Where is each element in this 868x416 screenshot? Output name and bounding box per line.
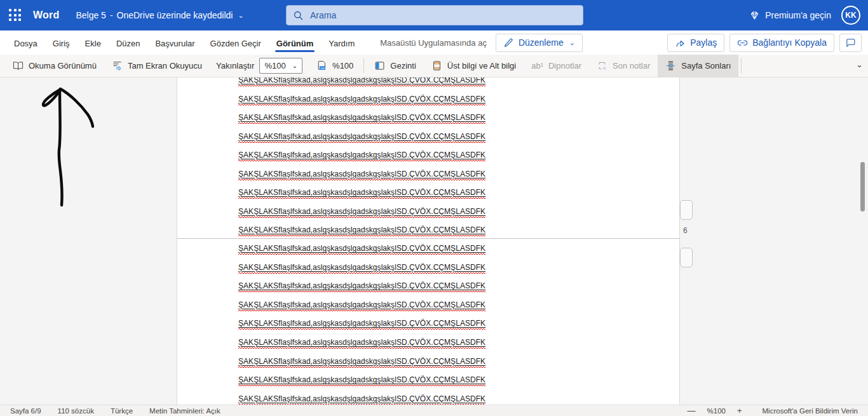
- diamond-icon: [749, 10, 760, 21]
- open-in-desktop-link[interactable]: Masaüstü Uygulamasında aç: [380, 38, 487, 48]
- language-indicator[interactable]: Türkçe: [111, 407, 133, 415]
- reading-view-label: Okuma Görünümü: [29, 61, 97, 70]
- document-line: ŞAKŞLAKSflaşlfskad,aslgşkasdşlgadskgşlak…: [238, 130, 485, 142]
- svg-text:[i]: [i]: [603, 66, 606, 70]
- document-line: ŞAKŞLAKSflaşlfskad,aslgşkasdşlgadskgşlak…: [238, 299, 485, 310]
- search-box[interactable]: [286, 5, 583, 25]
- page-breaks-button[interactable]: Sayfa Sonları: [658, 55, 738, 77]
- footnotes-label: Dipnotlar: [548, 61, 581, 70]
- menu-tab-duzen[interactable]: Düzen: [109, 32, 148, 53]
- svg-text:100: 100: [320, 67, 325, 70]
- status-zoom-value[interactable]: %100: [707, 407, 726, 415]
- header-footer-label: Üst bilgi ve Alt bilgi: [447, 61, 516, 70]
- navigation-label: Gezinti: [390, 61, 416, 70]
- app-launcher-icon[interactable]: [9, 9, 22, 22]
- zoom-out-button[interactable]: —: [688, 406, 696, 415]
- document-name: Belge 5: [76, 10, 105, 20]
- app-header: Word Belge 5 - OneDrive üzerinde kaydedi…: [0, 0, 868, 30]
- save-status: OneDrive üzerinde kaydedildi: [117, 10, 233, 20]
- navigation-pane-icon: [374, 60, 385, 71]
- link-icon: [737, 37, 748, 48]
- document-line: ŞAKŞLAKSflaşlfskad,aslgşkasdşlgadskgşlak…: [238, 149, 485, 160]
- page-breaks-label: Sayfa Sonları: [681, 61, 731, 70]
- search-icon: [293, 10, 304, 21]
- endnote-icon: [i]: [597, 60, 607, 71]
- menu-tab-gorunum[interactable]: Görünüm: [269, 32, 322, 53]
- document-line: ŞAKŞLAKSflaşlfskad,aslgşkasdşlgadskgşlak…: [238, 111, 485, 123]
- menu-tab-giris[interactable]: Giriş: [45, 32, 78, 53]
- document-line: ŞAKŞLAKSflaşlfskad,aslgşkasdşlgadskgşlak…: [238, 186, 485, 198]
- document-line: ŞAKŞLAKSflaşlfskad,aslgşkasdşlgadskgşlak…: [238, 77, 485, 85]
- document-line: ŞAKŞLAKSflaşlfskad,aslgşkasdşlgadskgşlak…: [238, 393, 485, 404]
- document-line: ŞAKŞLAKSflaşlfskad,aslgşkasdşlgadskgşlak…: [238, 317, 485, 328]
- document-canvas[interactable]: ŞAKŞLAKSflaşlfskad,aslgşkasdşlgadskgşlak…: [0, 77, 868, 405]
- page-indicator[interactable]: Sayfa 6/9: [10, 407, 41, 415]
- zoom-select-value: %100: [264, 61, 285, 70]
- document-line: ŞAKŞLAKSflaşlfskad,aslgşkasdşlgadskgşlak…: [238, 373, 485, 385]
- immersive-reader-label: Tam Ekran Okuyucu: [128, 61, 202, 70]
- editing-mode-label: Düzenleme: [519, 37, 564, 48]
- header-footer-button[interactable]: Üst bilgi ve Alt bilgi: [424, 55, 524, 77]
- avatar-initials: KK: [845, 11, 856, 20]
- navigation-button[interactable]: Gezinti: [367, 55, 423, 77]
- status-bar: Sayfa 6/9 110 sözcük Türkçe Metin Tahmin…: [0, 405, 868, 416]
- menu-tab-basvurular[interactable]: Başvurular: [147, 32, 202, 53]
- footnote-icon: ab¹: [531, 61, 543, 70]
- avatar[interactable]: KK: [841, 6, 860, 25]
- endnotes-button: [i] Son notlar: [589, 55, 658, 77]
- zoom-in-button[interactable]: +: [737, 406, 742, 415]
- view-ribbon: Okuma Görünümü Tam Ekran Okuyucu Yakınla…: [0, 55, 868, 77]
- ribbon-separator: [363, 58, 364, 73]
- chevron-down-icon: ⌄: [238, 11, 243, 20]
- zoom-100-page-icon: 100: [316, 60, 327, 71]
- premium-label: Premium'a geçin: [765, 10, 831, 20]
- book-icon: [13, 60, 24, 71]
- menu-tab-gozden-gecir[interactable]: Gözden Geçir: [203, 32, 269, 53]
- document-line: ŞAKŞLAKSflaşlfskad,aslgşkasdşlgadskgşlak…: [238, 279, 485, 291]
- menu-tab-ekle[interactable]: Ekle: [78, 32, 109, 53]
- immersive-reader-button[interactable]: Tam Ekran Okuyucu: [104, 55, 210, 77]
- vertical-scrollbar-thumb[interactable]: [860, 162, 865, 211]
- zoom-label: Yakınlaştır: [216, 61, 254, 70]
- zoom-to-100-button[interactable]: 100 %100: [309, 55, 361, 77]
- feedback-link[interactable]: Microsoft'a Geri Bildirim Verin: [763, 407, 858, 415]
- document-line: ŞAKŞLAKSflaşlfskad,aslgşkasdşlgadskgşlak…: [238, 355, 485, 366]
- ink-drawing: [0, 77, 140, 243]
- document-line: ŞAKŞLAKSflaşlfskad,aslgşkasdşlgadskgşlak…: [238, 242, 485, 253]
- page-break-handle[interactable]: [680, 248, 693, 267]
- menu-bar: Dosya Giriş Ekle Düzen Başvurular Gözden…: [0, 30, 868, 55]
- comments-button[interactable]: [839, 34, 862, 52]
- ribbon-separator: [741, 58, 742, 73]
- menu-tab-dosya[interactable]: Dosya: [6, 32, 45, 53]
- app-title[interactable]: Word: [33, 10, 59, 21]
- share-icon: [675, 37, 686, 48]
- comment-icon: [845, 37, 856, 48]
- document-line: ŞAKŞLAKSflaşlfskad,aslgşkasdşlgadskgşlak…: [238, 205, 485, 217]
- reading-view-button[interactable]: Okuma Görünümü: [5, 55, 104, 77]
- document-line: ŞAKŞLAKSflaşlfskad,aslgşkasdşlgadskgşlak…: [238, 224, 485, 235]
- text-predictions-toggle[interactable]: Metin Tahminleri: Açık: [149, 407, 220, 415]
- search-input[interactable]: [310, 10, 576, 20]
- premium-upgrade-button[interactable]: Premium'a geçin: [749, 10, 831, 21]
- zoom-group: Yakınlaştır %100 ⌄: [210, 55, 309, 77]
- document-line: ŞAKŞLAKSflaşlfskad,aslgşkasdşlgadskgşlak…: [238, 336, 485, 347]
- document-line: ŞAKŞLAKSflaşlfskad,aslgşkasdşlgadskgşlak…: [238, 93, 485, 104]
- menu-tab-yardim[interactable]: Yardım: [321, 32, 362, 53]
- zoom-to-label: %100: [332, 61, 353, 70]
- share-label: Paylaş: [690, 37, 717, 48]
- zoom-select[interactable]: %100 ⌄: [259, 58, 302, 74]
- header-footer-icon: [431, 60, 442, 71]
- copy-link-button[interactable]: Bağlantıyı Kopyala: [729, 34, 834, 52]
- chevron-down-icon: ⌄: [569, 39, 575, 47]
- document-title[interactable]: Belge 5 - OneDrive üzerinde kaydedildi ⌄: [76, 10, 243, 20]
- footnotes-button: ab¹ Dipnotlar: [524, 55, 589, 77]
- editing-mode-button[interactable]: Düzenleme ⌄: [496, 34, 583, 52]
- collapse-ribbon-icon[interactable]: ⌄: [856, 60, 863, 69]
- page-breaks-icon: [665, 60, 676, 71]
- share-button[interactable]: Paylaş: [667, 34, 724, 52]
- page-break-handle[interactable]: [680, 200, 693, 220]
- immersive-reader-icon: [112, 60, 123, 71]
- word-count[interactable]: 110 sözcük: [58, 407, 94, 415]
- page-boundary: [177, 238, 680, 239]
- copy-link-label: Bağlantıyı Kopyala: [752, 37, 827, 48]
